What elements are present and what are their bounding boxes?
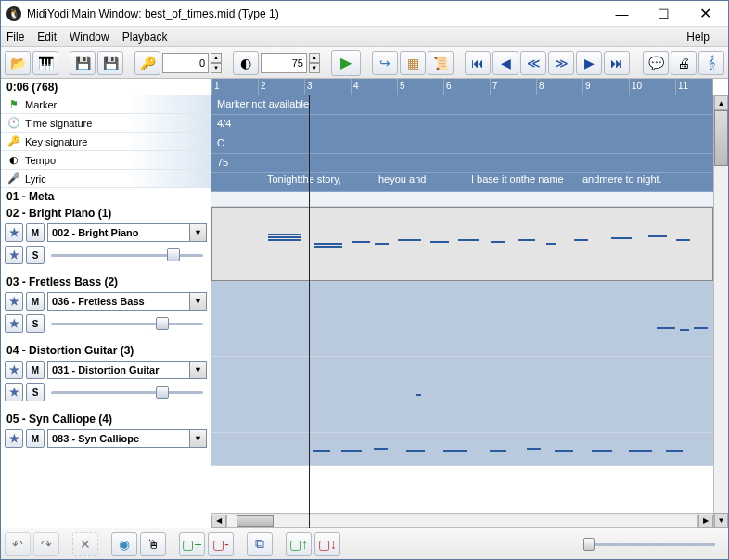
track-lane[interactable] <box>211 281 713 357</box>
titlebar: 🐧 MidiYodi Main Window: best_of_times.mi… <box>1 1 728 27</box>
volume-slider[interactable] <box>47 384 207 401</box>
scroll-thumb[interactable] <box>237 515 274 527</box>
redo-button[interactable]: ↷ <box>33 532 59 556</box>
minimize-button[interactable]: — <box>601 2 643 26</box>
favorite-button[interactable]: ★ <box>5 314 23 333</box>
toolbar: 📂 🎹 💾 💾 🔑 ▲▼ ◐ ▲▼ ▶ ↪ ▦ 📜 ⏮ ◀ ≪ ≫ ▶ ⏭ 💬 … <box>1 47 728 79</box>
delete-icon[interactable]: ✕ <box>72 532 98 556</box>
menu-window[interactable]: Window <box>70 31 109 44</box>
instrument-select[interactable]: 036 - Fretless Bass▼ <box>47 292 207 311</box>
add-track-button[interactable]: ▢+ <box>179 532 205 556</box>
scroll-right-button[interactable]: ▶ <box>698 515 713 528</box>
step-back-button[interactable]: ◀ <box>492 51 518 75</box>
scroll-left-button[interactable]: ◀ <box>211 515 226 528</box>
loop-region-icon[interactable]: ▦ <box>400 51 426 75</box>
track-header[interactable]: 02 - Bright Piano (1) <box>1 205 211 222</box>
track-header[interactable]: 03 - Fretless Bass (2) <box>1 274 211 290</box>
globe-icon[interactable]: ◉ <box>111 532 137 556</box>
tempo-input[interactable] <box>261 53 307 73</box>
volume-slider[interactable] <box>47 247 207 263</box>
favorite-button[interactable]: ★ <box>5 383 23 401</box>
move-down-button[interactable]: ▢↓ <box>314 532 340 556</box>
mute-button[interactable]: M <box>26 223 45 242</box>
key-icon[interactable]: 🔑 <box>134 51 160 75</box>
track-lane[interactable] <box>211 357 713 433</box>
instrument-select[interactable]: 031 - Distortion Guitar▼ <box>47 361 207 379</box>
menu-file[interactable]: File <box>6 31 24 44</box>
track-controls: ★ S <box>1 381 211 403</box>
favorite-button[interactable]: ★ <box>5 292 23 311</box>
goto-start-button[interactable]: ⏮ <box>465 51 491 75</box>
repeat-icon[interactable]: ↪ <box>372 51 398 75</box>
devices-icon[interactable]: 🎹 <box>32 51 58 75</box>
play-button[interactable]: ▶ <box>331 50 361 76</box>
gauge-icon: ◐ <box>6 154 21 167</box>
favorite-button[interactable]: ★ <box>5 223 23 242</box>
prev-marker-button[interactable]: ≪ <box>520 51 546 75</box>
maximize-button[interactable]: ☐ <box>643 2 684 26</box>
ruler-tick: 1 <box>211 79 220 95</box>
track-lane[interactable] <box>211 207 713 281</box>
save-as-icon[interactable]: 💾 <box>97 51 123 75</box>
horizontal-scrollbar[interactable]: ◀ ▶ <box>211 513 713 528</box>
track-lane[interactable] <box>211 192 713 207</box>
favorite-button[interactable]: ★ <box>5 246 23 264</box>
transpose-spinner[interactable]: ▲▼ <box>211 53 222 73</box>
undo-button[interactable]: ↶ <box>5 532 31 556</box>
menu-edit[interactable]: Edit <box>37 31 57 44</box>
instrument-select[interactable]: 083 - Syn Calliope▼ <box>47 429 207 448</box>
step-fwd-button[interactable]: ▶ <box>576 51 602 75</box>
solo-button[interactable]: S <box>26 314 45 333</box>
timeline-ruler[interactable]: 1 2 3 4 5 6 7 8 9 10 11 1 <box>211 79 713 95</box>
clef-icon[interactable]: 𝄞 <box>698 51 724 75</box>
scroll-thumb[interactable] <box>714 110 728 166</box>
playhead[interactable] <box>309 95 310 528</box>
scroll-track[interactable] <box>714 110 728 513</box>
track-lane[interactable] <box>211 433 713 466</box>
mute-button[interactable]: M <box>26 429 45 448</box>
print-icon[interactable]: 🖨 <box>671 51 697 75</box>
vertical-scrollbar[interactable]: ▲ ▼ <box>713 95 728 528</box>
marker-lane: Marker not available <box>211 95 713 115</box>
solo-button[interactable]: S <box>26 383 45 401</box>
bottom-toolbar: ↶ ↷ ✕ ◉ 🖱 ▢+ ▢- ⧉ ▢↑ ▢↓ <box>1 528 728 559</box>
tempo-value: 75 <box>211 154 713 172</box>
remove-track-button[interactable]: ▢- <box>208 532 234 556</box>
open-icon[interactable]: 📂 <box>5 51 31 75</box>
marker-value: Marker not available <box>211 95 713 114</box>
favorite-button[interactable]: ★ <box>5 361 23 379</box>
tempo-gauge-icon[interactable]: ◐ <box>233 51 259 75</box>
move-up-button[interactable]: ▢↑ <box>286 532 312 556</box>
track-controls: ★ S <box>1 244 211 266</box>
scroll-track[interactable] <box>226 515 698 528</box>
chevron-down-icon[interactable]: ▼ <box>189 362 206 378</box>
tempo-spinner[interactable]: ▲▼ <box>309 53 320 73</box>
chat-icon[interactable]: 💬 <box>643 51 669 75</box>
scroll-lock-icon[interactable]: 📜 <box>428 51 454 75</box>
favorite-button[interactable]: ★ <box>5 429 23 448</box>
save-icon[interactable]: 💾 <box>70 51 96 75</box>
chevron-down-icon[interactable]: ▼ <box>189 430 206 447</box>
goto-end-button[interactable]: ⏭ <box>604 51 630 75</box>
transpose-input[interactable] <box>162 53 209 73</box>
chevron-down-icon[interactable]: ▼ <box>189 293 206 310</box>
close-button[interactable]: ✕ <box>684 2 726 26</box>
ruler-tick: 1 <box>712 79 713 95</box>
mouse-icon[interactable]: 🖱 <box>140 532 166 556</box>
mute-button[interactable]: M <box>26 292 45 311</box>
track-header[interactable]: 01 - Meta <box>1 188 211 205</box>
volume-slider[interactable] <box>47 315 207 332</box>
scroll-up-button[interactable]: ▲ <box>714 95 728 110</box>
menu-help[interactable]: Help <box>686 31 710 44</box>
next-marker-button[interactable]: ≫ <box>548 51 574 75</box>
track-header[interactable]: 05 - Syn Calliope (4) <box>1 411 211 427</box>
mute-button[interactable]: M <box>26 361 45 379</box>
track-header[interactable]: 04 - Distortion Guitar (3) <box>1 342 211 359</box>
instrument-select[interactable]: 002 - Bright Piano▼ <box>47 223 207 242</box>
clone-track-button[interactable]: ⧉ <box>247 532 273 556</box>
zoom-slider[interactable] <box>580 536 719 553</box>
menu-playback[interactable]: Playback <box>122 31 168 44</box>
solo-button[interactable]: S <box>26 246 45 264</box>
chevron-down-icon[interactable]: ▼ <box>189 224 206 241</box>
scroll-down-button[interactable]: ▼ <box>714 513 728 528</box>
